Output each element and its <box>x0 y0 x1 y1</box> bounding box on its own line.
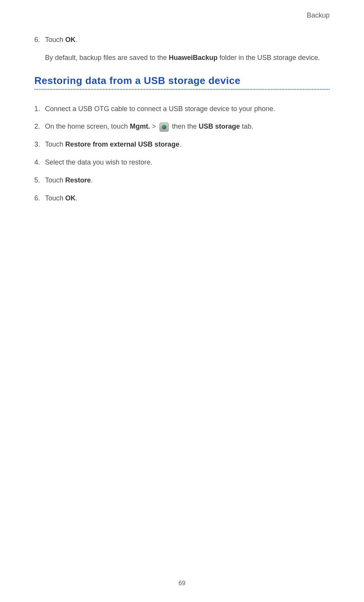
text-bold: Restore <box>65 176 91 184</box>
text-prefix: Touch <box>45 36 65 44</box>
text-suffix: . <box>179 140 181 148</box>
note-bold: HuaweiBackup <box>169 54 217 61</box>
heading-underline <box>34 89 330 90</box>
step-text: Touch Restore. <box>45 175 330 186</box>
step-number: 4. <box>34 157 43 168</box>
text-bold: Restore from external USB storage <box>65 140 179 148</box>
prior-step-6: 6. Touch OK. <box>34 34 330 45</box>
step-number: 3. <box>34 139 43 150</box>
text-prefix: Touch <box>45 140 65 148</box>
step-number: 6. <box>34 193 43 204</box>
step-3: 3. Touch Restore from external USB stora… <box>34 139 330 150</box>
text-bold-mgmt: Mgmt. <box>130 123 150 130</box>
step-number: 5. <box>34 175 43 186</box>
page-number: 69 <box>0 580 364 587</box>
step-6: 6. Touch OK. <box>34 193 330 204</box>
step-2: 2. On the home screen, touch Mgmt. > the… <box>34 121 330 132</box>
backup-app-icon <box>159 123 169 132</box>
note-part1: By default, backup files are saved to th… <box>45 54 169 61</box>
text-suffix: tab. <box>240 123 253 130</box>
step-5: 5. Touch Restore. <box>34 175 330 186</box>
step-number: 2. <box>34 121 43 132</box>
step-number: 1. <box>34 103 43 115</box>
text-suffix: . <box>76 194 77 202</box>
step-text: Touch OK. <box>45 193 330 204</box>
header-title: Backup <box>307 11 330 19</box>
text-bold: OK <box>65 36 76 44</box>
text-suffix: . <box>76 36 77 44</box>
step-number: 6. <box>34 34 43 45</box>
text-prefix: Touch <box>45 194 65 202</box>
text-mid2: then the <box>170 123 199 130</box>
section-heading: Restoring data from a USB storage device <box>34 75 330 87</box>
step-1: 1. Connect a USB OTG cable to connect a … <box>34 103 330 115</box>
step-text: Touch OK. <box>45 34 330 45</box>
prior-step-note: By default, backup files are saved to th… <box>45 52 330 63</box>
text-suffix: . <box>91 176 93 184</box>
text-prefix: On the home screen, touch <box>45 123 130 130</box>
step-4: 4. Select the data you wish to restore. <box>34 157 330 168</box>
text-prefix: Touch <box>45 176 65 184</box>
note-part2: folder in the USB storage device. <box>217 54 320 61</box>
step-text: Select the data you wish to restore. <box>45 157 330 168</box>
step-text: On the home screen, touch Mgmt. > then t… <box>45 121 330 132</box>
page-header: Backup <box>307 11 330 19</box>
text-bold-usb: USB storage <box>199 123 240 130</box>
step-text: Connect a USB OTG cable to connect a USB… <box>45 103 330 115</box>
page-content: 6. Touch OK. By default, backup files ar… <box>0 0 364 203</box>
text-bold: OK <box>65 194 76 202</box>
step-text: Touch Restore from external USB storage. <box>45 139 330 150</box>
text-mid1: > <box>150 123 158 130</box>
